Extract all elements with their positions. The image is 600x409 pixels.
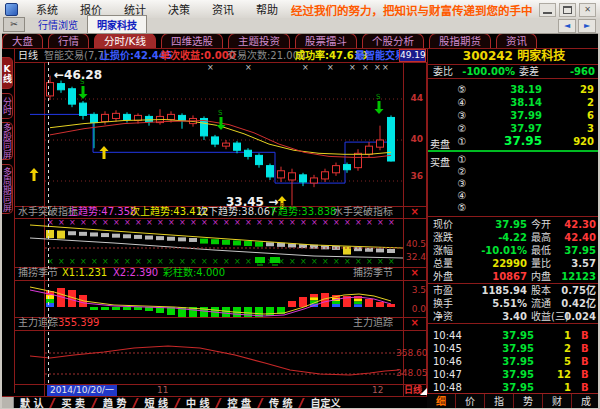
minimize-icon[interactable] bbox=[539, 3, 556, 17]
svg-text:×: × bbox=[245, 218, 252, 227]
sell-row-3[interactable]: ③ 37.99 6 bbox=[429, 109, 599, 122]
weibi-value: -100.00% bbox=[455, 65, 515, 78]
svg-text:×: × bbox=[102, 257, 109, 266]
back-arrow-icon[interactable]: ◄ bbox=[558, 19, 576, 33]
info-row-price: 现价 37.95 今开 42.30 bbox=[429, 218, 599, 231]
scissors-icon[interactable]: ✂ bbox=[3, 17, 25, 32]
marquee-slogan: 经过我们的努力，把知识与财富传递到您的手中 bbox=[291, 2, 533, 18]
price-tick-44: 44 bbox=[402, 93, 423, 103]
info-row-pct: 涨幅 -10.01% 最低 37.95 bbox=[429, 244, 599, 257]
svg-text:×: × bbox=[190, 218, 197, 227]
tab-zixun[interactable]: 资讯 bbox=[496, 33, 537, 48]
svg-text:×: × bbox=[146, 257, 153, 266]
svg-text:×: × bbox=[168, 257, 175, 266]
sailor-pane: ××××××××××××××××××××××××××××××××××××××××… bbox=[30, 218, 403, 266]
window-frame-left bbox=[0, 33, 2, 409]
weibi-label: 委比 bbox=[433, 65, 453, 78]
view-tabs: 大盘 行情 分时/K线 四维选股 主题投资 股票擂斗 个股分析 股指期货 资讯 bbox=[2, 33, 537, 48]
top-x-marks: ×××××××× bbox=[207, 63, 389, 72]
svg-text:×: × bbox=[58, 218, 65, 227]
tab-dapan[interactable]: 大盘 bbox=[2, 33, 43, 48]
svg-text:×: × bbox=[289, 257, 296, 266]
tab-hangqing[interactable]: 行情 bbox=[48, 33, 89, 48]
sell-row-4[interactable]: ④ 38.14 2 bbox=[429, 96, 599, 109]
bolao-x2: X2:2.390 bbox=[113, 267, 158, 279]
tab-gegu[interactable]: 个股分析 bbox=[362, 33, 424, 48]
svg-text:×: × bbox=[113, 218, 120, 227]
svg-text:×: × bbox=[135, 257, 142, 266]
doc-tab-market-browse[interactable]: 行情浏览 bbox=[29, 16, 87, 33]
zhuli-close-icon[interactable]: × bbox=[411, 317, 419, 329]
chart-canvas[interactable]: ××××××××SSSB××××××××××××××××××××××××××××… bbox=[14, 49, 427, 396]
svg-text:×: × bbox=[135, 218, 142, 227]
svg-text:×: × bbox=[212, 257, 219, 266]
sailor-up: 上趋势:47.358 bbox=[68, 206, 136, 218]
stock-title: 300242 明家科技 bbox=[428, 49, 600, 64]
close-icon[interactable]: ✕ bbox=[579, 3, 596, 17]
buy-row-5[interactable]: ⑤ bbox=[429, 201, 599, 214]
candles-layer bbox=[47, 76, 395, 206]
tab-siwei[interactable]: 四维选股 bbox=[161, 33, 223, 48]
sell-row-1[interactable]: ① 37.95 920 bbox=[429, 135, 599, 148]
month-tick-11: 11 bbox=[157, 385, 168, 396]
svg-text:×: × bbox=[146, 218, 153, 227]
tab-fenshi-k[interactable]: 分时/K线 bbox=[94, 33, 156, 48]
smart-trade-label: 最智能交易 bbox=[355, 49, 405, 62]
stock-code: 300242 bbox=[463, 49, 513, 63]
svg-text:×: × bbox=[157, 257, 164, 266]
svg-text:×: × bbox=[344, 218, 351, 227]
sailor-subup: 次上趋势:43.412 bbox=[130, 206, 208, 218]
svg-text:×: × bbox=[58, 257, 65, 266]
svg-text:×: × bbox=[179, 257, 186, 266]
zhuli-axis-lower: 348.05 bbox=[396, 368, 426, 378]
tab-detail[interactable]: 细 bbox=[427, 394, 455, 409]
doc-tab-stock[interactable]: 明家科技 bbox=[87, 15, 147, 33]
tab-price[interactable]: 价 bbox=[455, 394, 484, 409]
tab-zhuti[interactable]: 主题投资 bbox=[228, 33, 290, 48]
menu-item-system[interactable]: 系统 bbox=[25, 1, 69, 17]
sell-side-label: 卖盘 bbox=[430, 136, 450, 151]
bolao-bars: 彩柱数:4.000 bbox=[163, 267, 225, 279]
tab-leidou[interactable]: 股票擂斗 bbox=[295, 33, 357, 48]
trading-app-window: 系统 报价 统计 决策 资讯 帮助 经过我们的努力，把知识与财富传递到您的手中 … bbox=[0, 0, 600, 409]
signal-arrows: SSSB bbox=[30, 78, 384, 210]
weibi-row: 委比 -100.00% 委差 -960 bbox=[429, 65, 599, 78]
bolao-name: 捕捞季节 bbox=[18, 267, 58, 279]
chart-region: ××××××××SSSB××××××××××××××××××××××××××××… bbox=[14, 49, 427, 396]
period-dropdown-icon[interactable] bbox=[420, 388, 427, 395]
menu-item-strategy[interactable]: 决策 bbox=[157, 1, 201, 17]
tab-deals[interactable]: 成 bbox=[571, 394, 600, 409]
bolao-close-icon[interactable]: × bbox=[411, 267, 419, 279]
svg-text:×: × bbox=[388, 257, 395, 266]
tab-momentum[interactable]: 势 bbox=[513, 394, 542, 409]
forward-arrow-icon[interactable]: ► bbox=[578, 19, 596, 33]
bolao-x1: X1:1.231 bbox=[62, 267, 107, 279]
tab-index[interactable]: 指 bbox=[484, 394, 513, 409]
restore-icon[interactable] bbox=[559, 3, 576, 17]
zhuli-right-name: 主力追踪 bbox=[353, 317, 393, 329]
zhuli-name: 主力追踪 bbox=[18, 317, 58, 329]
menu-item-help[interactable]: 帮助 bbox=[245, 1, 289, 17]
bolao-pane bbox=[30, 287, 395, 317]
tick-row: 10:46 37.95 5 B bbox=[429, 355, 599, 368]
sell-row-5[interactable]: ⑤ 38.19 29 bbox=[429, 83, 599, 96]
sailor-header: 水手突破指标 上趋势:47.358 次上趋势:43.412 次下趋势:38.06… bbox=[14, 206, 427, 218]
tab-guzhi[interactable]: 股指期货 bbox=[429, 33, 491, 48]
sailor-down: 下趋势:33.838 bbox=[268, 206, 336, 218]
svg-text:×: × bbox=[190, 257, 197, 266]
bolao-right-name: 捕捞季节 bbox=[353, 267, 393, 279]
menu-item-news[interactable]: 资讯 bbox=[201, 1, 245, 17]
svg-text:×: × bbox=[69, 257, 76, 266]
smart-trade-value: 49.19 bbox=[399, 49, 426, 62]
svg-text:×: × bbox=[91, 218, 98, 227]
svg-text:×: × bbox=[300, 218, 307, 227]
svg-text:×: × bbox=[311, 218, 318, 227]
tick-row: 10:44 37.95 1 B bbox=[429, 329, 599, 342]
svg-text:×: × bbox=[300, 257, 307, 266]
tab-finance[interactable]: 财 bbox=[542, 394, 571, 409]
sailor-close-icon[interactable]: × bbox=[411, 206, 419, 218]
sailor-axis-lower: 32.4 bbox=[396, 252, 426, 262]
svg-text:×: × bbox=[234, 218, 241, 227]
bid-ask-divider bbox=[428, 150, 600, 152]
svg-text:×: × bbox=[201, 257, 208, 266]
